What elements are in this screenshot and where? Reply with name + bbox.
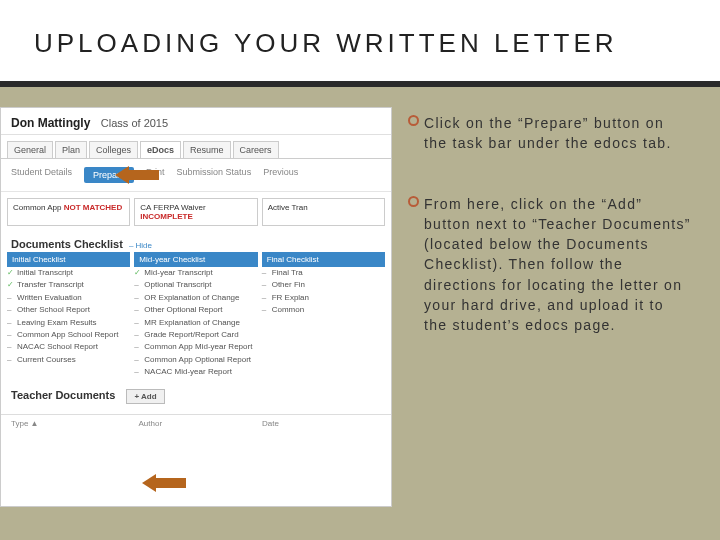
status-ferpa: CA FERPA Waiver INCOMPLETE: [134, 198, 257, 226]
teacher-table-header: Type ▲ Author Date: [1, 414, 391, 432]
list-item: Common App Mid-year Report: [134, 341, 257, 353]
slide-title: UPLOADING YOUR WRITTEN LETTER: [34, 28, 686, 59]
main-tabs: General Plan Colleges eDocs Resume Caree…: [1, 135, 391, 158]
list-item: Other Fin: [262, 279, 385, 291]
col-type[interactable]: Type ▲: [11, 419, 38, 428]
col-date[interactable]: Date: [262, 419, 279, 428]
slide-header: UPLOADING YOUR WRITTEN LETTER: [0, 0, 720, 87]
list-item: Optional Transcript: [134, 279, 257, 291]
list-item: Initial Transcript: [7, 267, 130, 279]
list-item: OR Explanation of Change: [134, 292, 257, 304]
list-item: Mid-year Transcript: [134, 267, 257, 279]
checklist-columns: Initial Checklist Initial TranscriptTran…: [1, 252, 391, 379]
hide-link[interactable]: – Hide: [129, 241, 152, 250]
slide-content: Don Mattingly Class of 2015 General Plan…: [0, 87, 720, 507]
tab-careers[interactable]: Careers: [233, 141, 279, 158]
status-row: Common App NOT MATCHED CA FERPA Waiver I…: [1, 192, 391, 232]
list-item: FR Explan: [262, 292, 385, 304]
arrow-icon: [129, 170, 159, 182]
add-button[interactable]: + Add: [126, 389, 164, 404]
initial-checklist: Initial Checklist Initial TranscriptTran…: [7, 252, 130, 379]
embedded-screenshot: Don Mattingly Class of 2015 General Plan…: [0, 107, 392, 507]
list-item: Current Courses: [7, 354, 130, 366]
subtab-previous[interactable]: Previous: [263, 167, 298, 183]
instruction-2: From here, click on the “Add” button nex…: [408, 194, 692, 336]
status-active-tran: Active Tran: [262, 198, 385, 226]
list-item: NACAC School Report: [7, 341, 130, 353]
instruction-panel: Click on the “Prepare” button on the tas…: [406, 107, 720, 507]
student-header: Don Mattingly Class of 2015: [1, 108, 391, 135]
list-item: Written Evaluation: [7, 292, 130, 304]
tab-plan[interactable]: Plan: [55, 141, 87, 158]
tab-edocs[interactable]: eDocs: [140, 141, 181, 158]
student-name: Don Mattingly: [11, 116, 90, 130]
midyear-checklist: Mid-year Checklist Mid-year TranscriptOp…: [134, 252, 257, 379]
list-item: Transfer Transcript: [7, 279, 130, 291]
bullet-icon: [408, 115, 419, 126]
list-item: NACAC Mid-year Report: [134, 366, 257, 378]
student-class: Class of 2015: [101, 117, 168, 129]
sub-tabs: Student Details Prepare Print Submission…: [1, 158, 391, 192]
list-item: Common App School Report: [7, 329, 130, 341]
list-item: Final Tra: [262, 267, 385, 279]
arrow-icon: [156, 478, 186, 490]
subtab-submission[interactable]: Submission Status: [177, 167, 252, 183]
final-checklist: Final Checklist Final TraOther FinFR Exp…: [262, 252, 385, 379]
col-author[interactable]: Author: [138, 419, 162, 428]
list-item: Other Optional Report: [134, 304, 257, 316]
list-item: MR Explanation of Change: [134, 317, 257, 329]
tab-resume[interactable]: Resume: [183, 141, 231, 158]
tab-general[interactable]: General: [7, 141, 53, 158]
list-item: Other School Report: [7, 304, 130, 316]
tab-colleges[interactable]: Colleges: [89, 141, 138, 158]
list-item: Common App Optional Report: [134, 354, 257, 366]
teacher-documents-title: Teacher Documents + Add: [1, 379, 391, 408]
list-item: Leaving Exam Results: [7, 317, 130, 329]
bullet-icon: [408, 196, 419, 207]
documents-checklist-title: Documents Checklist– Hide: [1, 232, 391, 252]
list-item: Grade Report/Report Card: [134, 329, 257, 341]
instruction-1: Click on the “Prepare” button on the tas…: [408, 113, 692, 154]
subtab-student-details[interactable]: Student Details: [11, 167, 72, 183]
status-common-app: Common App NOT MATCHED: [7, 198, 130, 226]
list-item: Common: [262, 304, 385, 316]
